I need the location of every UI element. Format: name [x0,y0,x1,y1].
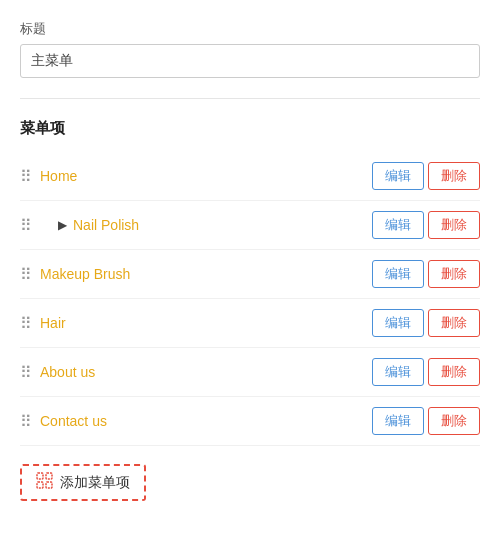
title-label: 标题 [20,20,480,38]
edit-button-contact-us[interactable]: 编辑 [372,407,424,435]
edit-button-nail-polish[interactable]: 编辑 [372,211,424,239]
menu-item-name-home: Home [40,168,372,184]
svg-rect-2 [37,482,43,488]
drag-handle-home[interactable]: ⠿ [20,167,32,186]
table-row: ⠿ Home 编辑 删除 [20,152,480,201]
delete-button-contact-us[interactable]: 删除 [428,407,480,435]
svg-rect-0 [37,473,43,479]
btn-group-about-us: 编辑 删除 [372,358,480,386]
add-menu-item-label: 添加菜单项 [60,474,130,492]
btn-group-makeup-brush: 编辑 删除 [372,260,480,288]
edit-button-hair[interactable]: 编辑 [372,309,424,337]
btn-group-home: 编辑 删除 [372,162,480,190]
table-row: ⠿ Makeup Brush 编辑 删除 [20,250,480,299]
menu-item-name-contact-us: Contact us [40,413,372,429]
drag-handle-about-us[interactable]: ⠿ [20,363,32,382]
menu-item-name-hair: Hair [40,315,372,331]
delete-button-makeup-brush[interactable]: 删除 [428,260,480,288]
menu-item-name-makeup-brush: Makeup Brush [40,266,372,282]
svg-rect-1 [46,473,52,479]
edit-button-makeup-brush[interactable]: 编辑 [372,260,424,288]
drag-handle-hair[interactable]: ⠿ [20,314,32,333]
drag-handle-nail-polish[interactable]: ⠿ [20,216,32,235]
delete-button-home[interactable]: 删除 [428,162,480,190]
section-divider [20,98,480,99]
btn-group-hair: 编辑 删除 [372,309,480,337]
menu-item-name-nail-polish: ▶ Nail Polish [58,217,372,233]
table-row: ⠿ ▶ Nail Polish 编辑 删除 [20,201,480,250]
menu-items-label: 菜单项 [20,119,480,138]
submenu-arrow-icon: ▶ [58,218,67,232]
btn-group-contact-us: 编辑 删除 [372,407,480,435]
btn-group-nail-polish: 编辑 删除 [372,211,480,239]
table-row: ⠿ Hair 编辑 删除 [20,299,480,348]
menu-items-section: 菜单项 ⠿ Home 编辑 删除 ⠿ ▶ Nail Polish 编辑 删除 ⠿… [20,119,480,501]
title-input[interactable] [20,44,480,78]
table-row: ⠿ About us 编辑 删除 [20,348,480,397]
delete-button-nail-polish[interactable]: 删除 [428,211,480,239]
edit-button-about-us[interactable]: 编辑 [372,358,424,386]
delete-button-about-us[interactable]: 删除 [428,358,480,386]
edit-button-home[interactable]: 编辑 [372,162,424,190]
drag-handle-contact-us[interactable]: ⠿ [20,412,32,431]
drag-handle-makeup-brush[interactable]: ⠿ [20,265,32,284]
menu-item-name-about-us: About us [40,364,372,380]
delete-button-hair[interactable]: 删除 [428,309,480,337]
table-row: ⠿ Contact us 编辑 删除 [20,397,480,446]
svg-rect-3 [46,482,52,488]
add-menu-item-button[interactable]: 添加菜单项 [20,464,146,501]
add-menu-icon [36,472,54,493]
title-section: 标题 [20,20,480,78]
